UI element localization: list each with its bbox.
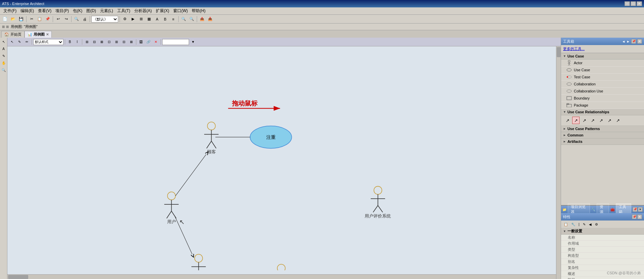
toolbox-pin-button[interactable]: 📌	[631, 39, 636, 44]
menu-element[interactable]: 元素(L)	[98, 7, 115, 14]
import-button[interactable]: 📥	[206, 15, 214, 23]
canvas-viewport[interactable]: 拖动鼠标 注重	[7, 46, 561, 279]
list-button[interactable]: ≡	[170, 15, 177, 23]
menu-view[interactable]: 查看(V)	[36, 7, 53, 14]
menu-window[interactable]: 窗口(W)	[171, 7, 190, 14]
tool-test-case[interactable]: Test Case	[561, 74, 644, 81]
menu-tools[interactable]: 工具(T)	[115, 7, 132, 14]
prop-icon-5[interactable]: ◀	[588, 222, 593, 227]
align-left-button[interactable]: ↖	[9, 39, 15, 45]
select-tool[interactable]: ↖	[0, 38, 7, 45]
rel-arrow-6[interactable]: ↗	[606, 117, 613, 124]
italic-btn[interactable]: I	[74, 39, 81, 45]
connect-tool[interactable]: ✎	[0, 52, 7, 59]
delete-btn[interactable]: ✕	[152, 39, 159, 45]
menu-diagram[interactable]: 图(D)	[84, 7, 98, 14]
prop-icon-2[interactable]: 🔧	[570, 222, 577, 227]
layout-button[interactable]: ▦	[145, 15, 153, 23]
zoom-out-button[interactable]: 🔍	[188, 15, 195, 23]
zoom-in-button[interactable]: 🔍	[180, 15, 187, 23]
settings-button[interactable]: ⚙	[121, 15, 129, 23]
toolbox-nav-right[interactable]: ►	[627, 40, 630, 43]
align-center-button[interactable]: ✎	[16, 39, 23, 45]
prop-icon-1[interactable]: 📋	[562, 222, 569, 227]
prop-icon-3[interactable]: |	[577, 222, 581, 227]
align-btn[interactable]: ⊠	[98, 39, 105, 45]
menu-analyzer[interactable]: 分析器(A)	[132, 7, 154, 14]
rel-arrow-7[interactable]: ↗	[614, 117, 622, 124]
vscroll-thumb[interactable]	[557, 47, 561, 57]
bold-button[interactable]: B	[162, 15, 169, 23]
tab-close-icon[interactable]: ✕	[46, 33, 49, 36]
menu-help[interactable]: 帮助(H)	[190, 7, 208, 14]
run-button[interactable]: ▶	[129, 15, 137, 23]
rel-arrow-1[interactable]: ↗	[564, 117, 571, 124]
prop-icon-6[interactable]: ⚙	[594, 222, 599, 227]
prop-close-btn[interactable]: ✕	[637, 214, 642, 219]
copy-button[interactable]: 📋	[36, 15, 43, 23]
pan-tool[interactable]: ✋	[0, 59, 7, 66]
grid-button[interactable]: ⊞	[137, 15, 145, 23]
tab-start[interactable]: 🏠 开始页	[1, 31, 25, 38]
open-button[interactable]: 📂	[9, 15, 17, 23]
filter-btn[interactable]: ▼	[190, 39, 196, 45]
prop-icon-4[interactable]: ✎	[582, 222, 587, 227]
tool-collaboration[interactable]: Collaboration	[561, 81, 644, 88]
text-tool[interactable]: A	[0, 45, 7, 52]
save-button[interactable]: 💾	[17, 15, 25, 23]
canvas-area[interactable]: ↖ ✎ ✏ 默认样式 B I ⊞ ⊟ ⊠ ⊡ ⊞ ⊟ ⊠ 🖼 🔗 ✕ ▼	[7, 38, 561, 279]
section-common[interactable]: ► Common	[561, 132, 644, 138]
default-dropdown[interactable]: 《默认》	[91, 16, 118, 23]
bold-btn[interactable]: B	[66, 39, 73, 45]
print-button[interactable]: 🖨	[81, 15, 88, 23]
rel-arrow-3[interactable]: ↗	[581, 117, 588, 124]
prop-panel-pin[interactable]: 📌	[633, 207, 637, 212]
prop-panel-close[interactable]: ✕	[638, 207, 643, 212]
toolbox-close-button[interactable]: ✕	[637, 39, 642, 44]
canvas-hscroll[interactable]	[7, 274, 556, 279]
tool-use-case[interactable]: Use Case	[561, 67, 644, 74]
layout-btn[interactable]: ⊞	[113, 39, 120, 45]
tool-collaboration-use[interactable]: Collaboration Use	[561, 88, 644, 95]
undo-button[interactable]: ↩	[54, 15, 62, 23]
prop-section-general[interactable]: ▼ 一般设置	[561, 228, 644, 235]
snap-btn[interactable]: ⊟	[91, 39, 98, 45]
export-button[interactable]: 📤	[198, 15, 206, 23]
tool-actor[interactable]: Actor	[561, 59, 644, 67]
grid-btn[interactable]: ⊞	[84, 39, 90, 45]
redo-button[interactable]: ↪	[62, 15, 70, 23]
section-ucrel[interactable]: ▼ Use Case Relationships	[561, 109, 644, 115]
style-dropdown[interactable]: 默认样式	[33, 39, 63, 45]
dist-btn[interactable]: ⊡	[106, 39, 112, 45]
new-button[interactable]: 📄	[1, 15, 9, 23]
minimize-button[interactable]: ─	[625, 1, 630, 6]
menu-edit[interactable]: 编辑(E)	[18, 7, 36, 14]
rel-arrow-2[interactable]: ↗	[572, 117, 580, 124]
zoom-tool[interactable]: 🔍	[0, 67, 7, 73]
menu-project[interactable]: 项目(P)	[53, 7, 71, 14]
tab-diagram[interactable]: 📊 用例图 ✕	[25, 31, 52, 38]
image-btn[interactable]: 🖼	[138, 39, 144, 45]
canvas-vscroll[interactable]	[556, 46, 561, 279]
find-button[interactable]: 🔍	[73, 15, 80, 23]
section-ucpat[interactable]: ► Use Case Patterns	[561, 126, 644, 132]
format-button[interactable]: A	[153, 15, 161, 23]
hscroll-thumb[interactable]	[8, 275, 28, 279]
link-btn[interactable]: 🔗	[145, 39, 152, 45]
tool-boundary[interactable]: Boundary	[561, 95, 644, 102]
align-right-button[interactable]: ✏	[24, 39, 30, 45]
menu-file[interactable]: 文件(F)	[1, 7, 18, 14]
cut-button[interactable]: ✂	[28, 15, 35, 23]
search-input[interactable]	[162, 39, 189, 45]
more-tools-link[interactable]: 更多的工具...	[561, 45, 644, 53]
tool-package[interactable]: Package	[561, 102, 644, 109]
maximize-button[interactable]: □	[631, 1, 636, 6]
menu-package[interactable]: 包(K)	[71, 7, 84, 14]
close-button[interactable]: ✕	[637, 1, 642, 6]
paste-style-btn[interactable]: ⊠	[128, 39, 135, 45]
toolbox-nav-left[interactable]: ◄	[622, 40, 625, 43]
section-use-case[interactable]: ▼ Use Case	[561, 53, 644, 59]
rel-arrow-4[interactable]: ↗	[589, 117, 596, 124]
rel-arrow-5[interactable]: ↗	[597, 117, 605, 124]
prop-pin-btn[interactable]: 📌	[632, 214, 637, 219]
